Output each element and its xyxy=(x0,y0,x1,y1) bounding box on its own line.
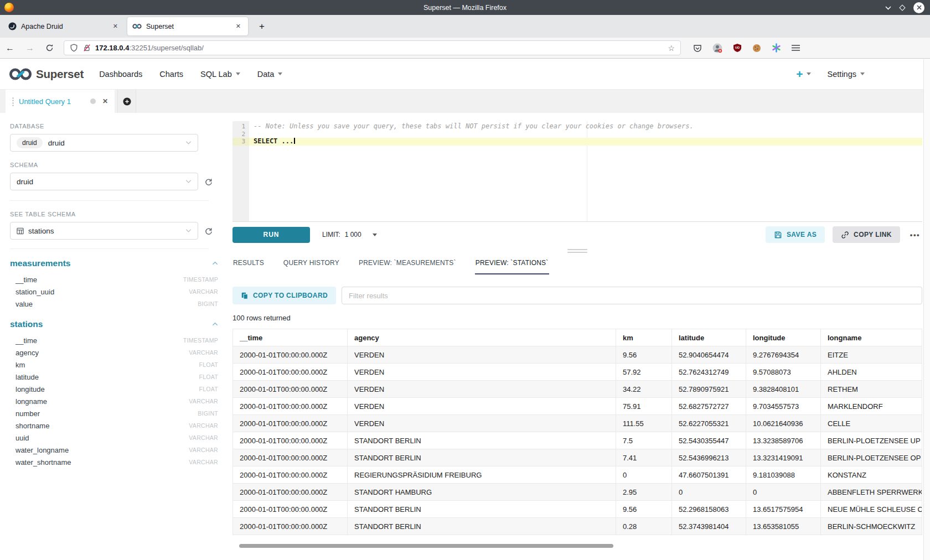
line-number: 3 xyxy=(232,138,249,146)
shield-icon[interactable] xyxy=(70,44,78,52)
scrollbar-thumb[interactable] xyxy=(239,544,613,548)
superset-logo[interactable]: Superset xyxy=(9,68,84,81)
table-cell: 2000-01-01T00:00:00.000Z xyxy=(233,466,348,484)
nav-charts[interactable]: Charts xyxy=(159,70,183,79)
menu-hamburger-icon[interactable] xyxy=(792,44,800,51)
window-close-icon[interactable] xyxy=(913,2,924,13)
tab-query-history[interactable]: QUERY HISTORY xyxy=(283,255,340,274)
horizontal-scrollbar[interactable] xyxy=(232,544,922,548)
filter-results-input[interactable] xyxy=(342,287,922,304)
limit-value: 1 000 xyxy=(345,231,361,238)
table-cell: 75.91 xyxy=(616,398,672,415)
back-button[interactable]: ← xyxy=(0,43,20,53)
add-new-button[interactable]: + xyxy=(796,68,810,80)
account-extension-icon[interactable] xyxy=(712,43,722,53)
tab-title: Apache Druid xyxy=(21,23,111,30)
url-text[interactable]: 172.18.0.4:32251/superset/sqllab/ xyxy=(95,44,663,52)
run-button[interactable]: RUN xyxy=(232,227,310,243)
pane-resize-handle[interactable] xyxy=(232,247,922,254)
schema-table-header[interactable]: stations xyxy=(10,318,218,331)
schema-column-row: valueBIGINT xyxy=(10,298,218,310)
editor-line: 2 xyxy=(232,131,922,138)
database-label: DATABASE xyxy=(10,123,219,129)
settings-menu[interactable]: Settings xyxy=(828,70,865,79)
query-status-dot xyxy=(90,98,96,104)
copy-link-button[interactable]: COPY LINK xyxy=(833,226,900,243)
page-scrollbar[interactable] xyxy=(923,59,930,560)
forward-button[interactable]: → xyxy=(20,43,40,53)
database-select[interactable]: druid druid xyxy=(10,134,198,152)
column-type: TIMESTAMP xyxy=(183,276,218,283)
asterisk-extension-icon[interactable] xyxy=(772,43,781,53)
chevron-down-icon xyxy=(185,179,192,184)
refresh-table-icon[interactable] xyxy=(204,227,213,235)
tab-results[interactable]: RESULTS xyxy=(232,255,265,274)
sql-editor[interactable]: 1-- Note: Unless you save your query, th… xyxy=(232,121,922,222)
schema-table-section: measurements__timeTIMESTAMPstation_uuidV… xyxy=(10,257,218,310)
table-cell: 9.56 xyxy=(616,501,672,518)
tab-preview-stations[interactable]: PREVIEW: `STATIONS` xyxy=(475,255,549,274)
column-header[interactable]: km xyxy=(616,329,672,346)
nav-data[interactable]: Data xyxy=(257,70,283,79)
table-cell: 9.2767694354 xyxy=(746,346,821,364)
schema-column-row: numberBIGINT xyxy=(10,407,218,419)
tab-preview-measurements[interactable]: PREVIEW: `MEASUREMENTS` xyxy=(358,255,457,274)
table-cell: 7.41 xyxy=(616,449,672,466)
nav-dashboards[interactable]: Dashboards xyxy=(99,70,142,79)
query-tab-close-icon[interactable]: ✕ xyxy=(102,97,108,105)
browser-tab-druid[interactable]: Apache Druid ✕ xyxy=(3,17,125,35)
column-header[interactable]: longname xyxy=(821,329,922,346)
bookmark-star-icon[interactable]: ☆ xyxy=(668,44,675,53)
schema-select[interactable]: druid xyxy=(10,173,198,190)
column-type: VARCHAR xyxy=(189,349,218,356)
column-type: VARCHAR xyxy=(189,459,218,465)
add-query-tab-button[interactable] xyxy=(117,90,136,113)
table-cell: 7.5 xyxy=(616,432,672,449)
table-select[interactable]: stations xyxy=(10,222,198,240)
table-cell: 34.22 xyxy=(616,381,672,398)
browser-tab-superset[interactable]: Superset ✕ xyxy=(127,17,248,35)
collapse-icon[interactable] xyxy=(212,322,218,326)
tab-close-icon[interactable]: ✕ xyxy=(234,22,243,31)
table-cell: 52.7890975921 xyxy=(672,381,746,398)
more-menu-button[interactable]: ••• xyxy=(908,231,922,239)
pocket-icon[interactable] xyxy=(693,44,702,53)
copy-to-clipboard-button[interactable]: COPY TO CLIPBOARD xyxy=(232,287,336,304)
reload-button[interactable] xyxy=(40,44,59,52)
query-tab-active[interactable]: Untitled Query 1 ✕ xyxy=(6,90,115,113)
svg-text:UO: UO xyxy=(735,46,740,49)
tab-close-icon[interactable]: ✕ xyxy=(111,22,120,31)
column-header[interactable]: __time xyxy=(233,329,348,346)
collapse-icon[interactable] xyxy=(212,261,218,266)
schema-tables: measurements__timeTIMESTAMPstation_uuidV… xyxy=(10,257,219,468)
editor-lines: 1-- Note: Unless you save your query, th… xyxy=(232,121,922,146)
insecure-lock-icon[interactable] xyxy=(83,44,91,52)
nav-sql-lab[interactable]: SQL Lab xyxy=(200,70,240,79)
column-header[interactable]: agency xyxy=(348,329,616,346)
cookie-icon[interactable] xyxy=(752,44,761,53)
new-tab-button[interactable]: + xyxy=(254,20,270,33)
column-header[interactable]: latitude xyxy=(672,329,746,346)
ublock-icon[interactable]: UO xyxy=(733,43,742,53)
browser-tab-strip: Apache Druid ✕ Superset ✕ + xyxy=(0,15,930,38)
window-title: Superset — Mozilla Firefox xyxy=(0,4,930,12)
window-maximize-icon[interactable] xyxy=(899,4,905,11)
table-cell: 9.56 xyxy=(616,346,672,364)
schema-table-header[interactable]: measurements xyxy=(10,257,218,270)
column-name: longitude xyxy=(10,385,199,393)
refresh-schema-icon[interactable] xyxy=(204,178,213,186)
app-header: Superset Dashboards Charts SQL Lab Data … xyxy=(0,59,930,90)
table-cell: 2.95 xyxy=(616,484,672,501)
table-cell: 0 xyxy=(616,466,672,484)
collapse-toggle[interactable] xyxy=(212,261,218,266)
query-tab-strip: Untitled Query 1 ✕ xyxy=(0,90,930,113)
save-as-button[interactable]: SAVE AS xyxy=(766,226,825,243)
results-table-head: __timeagencykmlatitudelongitudelongname xyxy=(233,329,922,346)
limit-control[interactable]: LIMIT: 1 000 xyxy=(322,231,377,238)
drag-handle-icon[interactable] xyxy=(12,97,14,106)
window-minimize-icon[interactable] xyxy=(885,6,891,10)
table-row: 2000-01-01T00:00:00.000ZSTANDORT BERLIN9… xyxy=(233,501,922,518)
column-header[interactable]: longitude xyxy=(746,329,821,346)
collapse-toggle[interactable] xyxy=(212,322,218,326)
url-bar[interactable]: 172.18.0.4:32251/superset/sqllab/ ☆ xyxy=(64,40,681,55)
